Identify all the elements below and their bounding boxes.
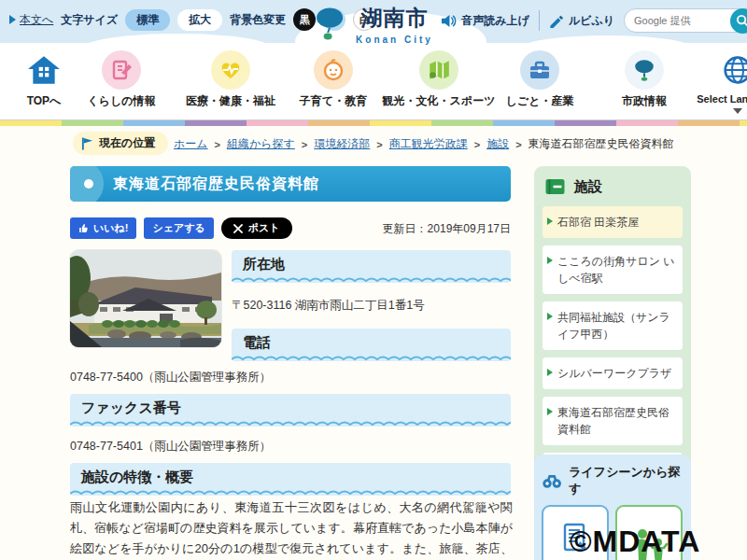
breadcrumb-org[interactable]: 組織から探す xyxy=(227,136,295,152)
sidebar-item-sunlife-kosei[interactable]: 共同福祉施設（サンライフ甲西） xyxy=(543,301,683,350)
skip-to-content-link[interactable]: 本文へ xyxy=(9,12,53,28)
wave-divider xyxy=(70,488,511,496)
x-logo-icon xyxy=(233,224,243,233)
overview-text: 雨山文化運動公園内にあり、東海道五十三次図をはじめ、大名の網代駕籠や関札、宿帳な… xyxy=(70,497,513,560)
breadcrumb: ホーム > 組織から探す > 環境経済部 > 商工観光労政課 > 施設 > 東海… xyxy=(174,136,674,152)
wave-divider xyxy=(70,419,511,427)
pencil-icon xyxy=(549,13,564,28)
site-logo-text: 湖南市 Konan City xyxy=(356,7,433,47)
x-post-button[interactable]: ポスト xyxy=(221,217,292,239)
heart-pulse-icon xyxy=(218,59,243,81)
facilities-panel: 施設 石部宿 田楽茶屋 こころの街角サロン いしべ宿駅 共同福祉施設（サンライフ… xyxy=(534,166,691,494)
font-size-standard-button[interactable]: 標準 xyxy=(125,9,170,31)
bg-color-label: 背景色変更 xyxy=(230,12,286,28)
read-aloud-button[interactable]: 音声読み上げ xyxy=(441,13,529,29)
arrow-icon xyxy=(547,313,553,320)
speaker-icon xyxy=(441,14,457,28)
facility-photo xyxy=(70,250,221,347)
baby-face-icon xyxy=(321,58,345,82)
breadcrumb-label: 現在の位置 xyxy=(73,132,168,155)
chevron-down-icon xyxy=(733,108,742,114)
breadcrumb-dept[interactable]: 環境経済部 xyxy=(314,136,370,152)
bg-black-button[interactable]: 黒 xyxy=(293,8,316,31)
address-section-header: 所在地 xyxy=(232,250,511,283)
globe-icon xyxy=(723,55,747,85)
address-value: 〒520-3116 湖南市雨山二丁目1番1号 xyxy=(232,298,425,314)
arrow-icon xyxy=(547,369,553,376)
font-size-label: 文字サイズ xyxy=(61,12,118,28)
rainbow-divider xyxy=(0,119,747,126)
breadcrumb-shisetsu[interactable]: 施設 xyxy=(486,136,509,152)
breadcrumb-home[interactable]: ホーム xyxy=(174,136,208,152)
map-icon xyxy=(427,58,451,82)
ruby-label: ルビふり xyxy=(569,13,614,29)
divider xyxy=(539,10,540,31)
life-scene-header: ライフシーンから探す xyxy=(542,462,684,505)
phone-value: 0748-77-5400（雨山公園管理事務所） xyxy=(70,370,271,385)
site-logo[interactable]: 湖南市 Konan City xyxy=(314,7,433,47)
book-icon xyxy=(544,177,566,196)
konan-city-logo-icon xyxy=(314,7,347,46)
sidebar-item-dengaku-chaya[interactable]: 石部宿 田楽茶屋 xyxy=(543,206,683,238)
arrow-icon xyxy=(547,217,553,225)
breadcrumb-division[interactable]: 商工観光労政課 xyxy=(389,136,468,152)
city-tree-icon xyxy=(632,58,656,82)
sidebar-item-museum[interactable]: 東海道石部宿歴史民俗資料館 xyxy=(543,397,683,445)
briefcase-icon xyxy=(528,58,552,82)
breadcrumb-current: 東海道石部宿歴史民俗資料館 xyxy=(529,136,674,152)
phone-section-header: 電話 xyxy=(232,329,511,361)
search-icon xyxy=(736,14,747,28)
nav-item-language[interactable]: Select Language xyxy=(668,50,747,114)
facilities-panel-header: 施設 xyxy=(543,175,683,206)
fax-section-header: ファックス番号 xyxy=(70,394,511,427)
search-input[interactable] xyxy=(634,15,731,26)
fax-value: 0748-77-5401（雨山公園管理事務所） xyxy=(70,439,271,455)
ruby-button[interactable]: ルビふり xyxy=(549,13,614,29)
read-aloud-label: 音声読み上げ xyxy=(461,13,529,29)
sidebar-item-machikado-salon[interactable]: こころの街角サロン いしべ宿駅 xyxy=(543,245,683,294)
page-title-banner: 東海道石部宿歴史民俗資料館 xyxy=(70,166,511,202)
updated-date: 更新日：2019年09月17日 xyxy=(287,221,511,237)
site-search xyxy=(624,8,747,33)
page: 本文へ 文字サイズ 標準 拡大 背景色変更 黒 青 白 音声読み上げ ルビふり xyxy=(0,0,747,560)
triangle-icon xyxy=(9,15,16,24)
page-title: 東海道石部宿歴史民俗資料館 xyxy=(113,175,319,194)
arrow-icon xyxy=(547,257,553,264)
search-button[interactable] xyxy=(730,8,747,34)
wave-divider xyxy=(232,275,511,283)
watermark: ©MDATA xyxy=(570,525,700,559)
thumbs-up-icon xyxy=(78,223,89,233)
city-name: 湖南市 xyxy=(356,7,433,30)
bullet-icon xyxy=(84,179,93,189)
city-name-en: Konan City xyxy=(356,35,433,45)
overview-section-header: 施設の特徴・概要 xyxy=(70,463,511,496)
wave-divider xyxy=(232,354,511,361)
note-pencil-icon xyxy=(110,59,133,81)
share-button[interactable]: シェアする xyxy=(144,217,213,239)
like-button[interactable]: いいね! xyxy=(70,217,136,239)
skip-link-label: 本文へ xyxy=(20,12,53,28)
sidebar-item-silver-work-plaza[interactable]: シルバーワークプラザ xyxy=(543,357,683,389)
font-size-large-button[interactable]: 拡大 xyxy=(177,9,222,31)
binoculars-icon xyxy=(542,473,562,489)
flag-icon xyxy=(81,136,93,151)
arrow-icon xyxy=(547,408,553,415)
